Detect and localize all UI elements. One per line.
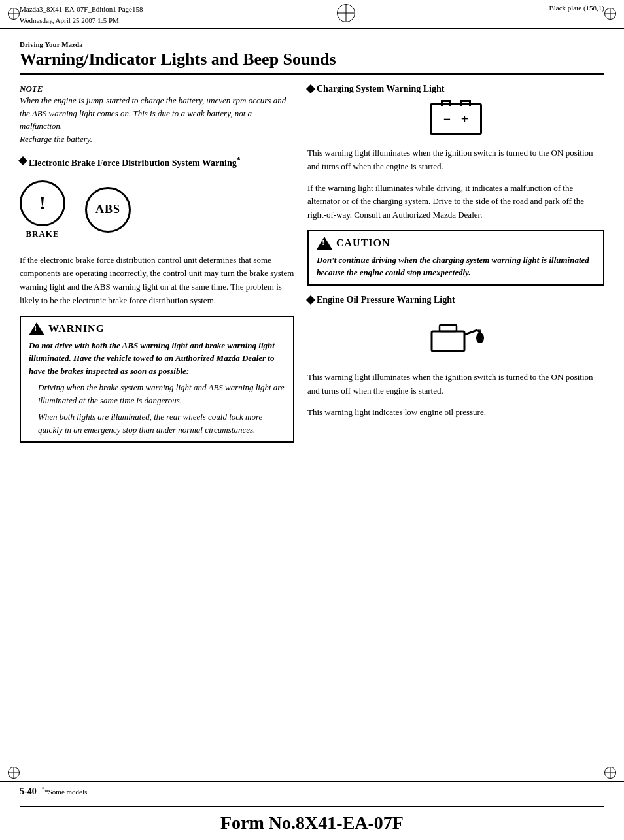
caution-triangle-icon	[317, 237, 332, 250]
left-column: NOTE When the engine is jump-started to …	[20, 84, 294, 452]
svg-rect-0	[432, 331, 464, 351]
diamond-icon-2	[306, 84, 315, 93]
warning-triangle-icon	[29, 322, 44, 335]
header-center	[337, 4, 355, 22]
ebf-body-text: If the electronic brake force distributi…	[20, 254, 294, 308]
charging-heading: Charging System Warning Light	[307, 84, 604, 94]
page-title: Warning/Indicator Lights and Beep Sounds	[20, 50, 604, 75]
brake-abs-icons-row: ! BRAKE ABS	[20, 175, 294, 244]
warning-title: WARNING	[48, 323, 105, 335]
ebf-asterisk: *	[237, 156, 241, 164]
battery-icon-wrap: − +	[307, 103, 604, 135]
page-number: 5-40	[20, 786, 37, 797]
footnote: **Some models.	[42, 786, 89, 796]
abs-text: ABS	[95, 203, 120, 216]
svg-line-1	[464, 330, 477, 335]
brake-exclaim-icon: !	[39, 194, 45, 212]
header-date: Wednesday, April 25 2007 1:5 PM	[20, 15, 143, 26]
page-number-wrap: 5-40 **Some models.	[20, 786, 89, 797]
note-text: When the engine is jump-started to charg…	[20, 94, 294, 145]
brake-icon: ! BRAKE	[20, 180, 65, 239]
reg-mark-bl	[8, 767, 20, 781]
note-box: NOTE When the engine is jump-started to …	[20, 84, 294, 145]
brake-circle-icon: !	[20, 180, 65, 226]
two-column-layout: NOTE When the engine is jump-started to …	[20, 84, 604, 452]
battery-plus: +	[461, 112, 468, 127]
footer-area: 5-40 **Some models.	[0, 781, 624, 801]
ebf-heading: Electronic Brake Force Distribution Syst…	[20, 156, 294, 169]
page-header: Mazda3_8X41-EA-07F_Edition1 Page158 Wedn…	[0, 0, 624, 29]
oil-body-text-2: This warning light indicates low engine …	[307, 406, 604, 420]
caution-body-text: Don't continue driving when the charging…	[317, 254, 595, 279]
diamond-icon-3	[306, 295, 315, 305]
caution-box: CAUTION Don't continue driving when the …	[307, 230, 604, 286]
registration-mark-header	[337, 4, 355, 22]
battery-icon: − +	[430, 103, 482, 135]
oil-heading: Engine Oil Pressure Warning Light	[307, 295, 604, 305]
charging-body-text-1: This warning light illuminates when the …	[307, 146, 604, 174]
reg-mark-br	[604, 767, 616, 781]
caution-header: CAUTION	[317, 237, 595, 250]
warning-box: WARNING Do not drive with both the ABS w…	[20, 316, 294, 443]
brake-label: BRAKE	[26, 229, 59, 239]
charging-body-text-2: If the warning light illuminates while d…	[307, 182, 604, 222]
header-left: Mazda3_8X41-EA-07F_Edition1 Page158 Wedn…	[20, 4, 143, 25]
header-filename: Mazda3_8X41-EA-07F_Edition1 Page158	[20, 4, 143, 15]
warning-header: WARNING	[29, 322, 285, 335]
diamond-icon	[18, 156, 27, 165]
warning-main-text: Do not drive with both the ABS warning l…	[29, 339, 285, 378]
reg-mark-tl	[8, 8, 20, 22]
right-column: Charging System Warning Light − + This w…	[307, 84, 604, 452]
warning-sub-text-1: Driving when the brake system warning li…	[29, 381, 285, 436]
caution-title: CAUTION	[336, 237, 390, 249]
abs-icon: ABS	[85, 187, 131, 233]
reg-mark-tr	[604, 8, 616, 22]
oil-icon-svg	[426, 318, 485, 358]
oil-body-text-1: This warning light illuminates when the …	[307, 371, 604, 398]
oil-heading-text: Engine Oil Pressure Warning Light	[317, 295, 455, 305]
battery-minus: −	[443, 112, 451, 127]
page-wrapper: Mazda3_8X41-EA-07F_Edition1 Page158 Wedn…	[0, 0, 624, 840]
charging-heading-text: Charging System Warning Light	[317, 84, 444, 94]
oil-icon-wrap	[307, 318, 604, 358]
note-title: NOTE	[20, 84, 294, 94]
section-label: Driving Your Mazda	[20, 41, 604, 48]
ebf-heading-text: Electronic Brake Force Distribution Syst…	[29, 156, 241, 169]
form-number: Form No.8X41-EA-07F	[20, 806, 604, 833]
oil-pressure-icon	[426, 318, 485, 358]
content-area: Driving Your Mazda Warning/Indicator Lig…	[0, 29, 624, 458]
header-plate: Black plate (158,1)	[549, 4, 604, 12]
